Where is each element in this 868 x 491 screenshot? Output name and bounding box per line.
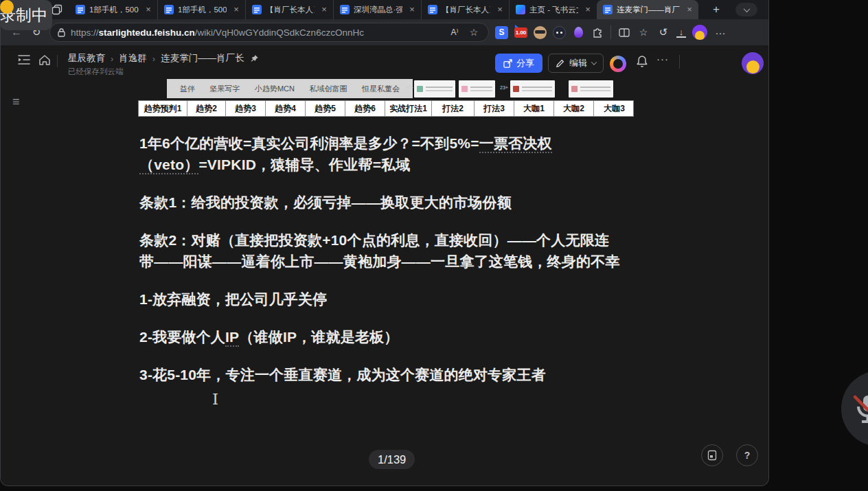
doc-favicon-icon xyxy=(252,5,262,14)
read-aloud-icon[interactable]: A⁾ xyxy=(448,27,461,37)
extension-glasses-face-icon[interactable] xyxy=(534,26,547,39)
split-screen-icon[interactable] xyxy=(617,26,630,39)
browser-tab[interactable]: 【肖厂长本人】× xyxy=(245,0,333,19)
doc-paragraph[interactable]: 3-花5-10年，专注一个垂直赛道，成为这个赛道的绝对专家王者 xyxy=(139,364,634,385)
image-strip-label: 私域创富圈 xyxy=(310,84,347,94)
doc-paragraph[interactable]: 1年6个亿的营收=真实公司利润率是多少？=不到5%=一票否决权（veto）=VI… xyxy=(139,133,634,175)
muted-mic-overlay[interactable] xyxy=(841,371,868,446)
doc-tab-cell[interactable]: 趋势5 xyxy=(306,101,345,116)
address-bar[interactable]: https://starlightedu.feishu.cn/wiki/VqH0… xyxy=(49,23,489,42)
doc-tab-cell[interactable]: 趋势6 xyxy=(345,101,385,116)
extension-s-icon[interactable]: S xyxy=(495,26,508,39)
text-segment: 1年6个亿的营收=真实公司利润率是多少？=不到5%= xyxy=(139,135,479,151)
document-tab-row: 趋势预判1趋势2趋势3趋势4趋势5趋势6实战打法1打法2打法3大咖1大咖2大咖3 xyxy=(138,100,634,117)
page-indicator: 1/139 xyxy=(369,450,415,469)
page-more-icon[interactable]: ··· xyxy=(656,53,669,65)
lock-icon xyxy=(58,28,65,37)
desktop-notification-dot[interactable] xyxy=(0,0,14,14)
breadcrumb-item[interactable]: 星辰教育 xyxy=(68,52,105,65)
browser-tab-strip: 1部手机，5000×1部手机，5000×【肖厂长本人】×深圳湾晶总·强×【肖厂长… xyxy=(1,0,768,19)
doc-tab-cell[interactable]: 打法3 xyxy=(475,101,514,116)
doc-tab-cell[interactable]: 实战打法1 xyxy=(385,101,432,116)
tab-close-icon[interactable]: × xyxy=(582,4,593,15)
doc-tab-cell[interactable]: 趋势4 xyxy=(266,101,306,116)
favorite-star-icon[interactable]: ☆ xyxy=(467,27,481,38)
doc-tab-cell[interactable]: 趋势3 xyxy=(226,101,266,116)
browser-tab[interactable]: 1部手机，5000× xyxy=(69,0,157,19)
text-segment: =VIPKID，猿辅导、作业帮=私域 xyxy=(198,157,410,172)
mic-muted-icon xyxy=(848,390,868,429)
extensions-puzzle-icon[interactable] xyxy=(591,26,604,39)
breadcrumb-item[interactable]: 连麦掌门——肖厂长 xyxy=(161,52,244,65)
doc-paragraph[interactable]: 1-放弃融资，把公司几乎关停 xyxy=(139,288,634,310)
more-menu-icon[interactable]: ··· xyxy=(713,27,727,38)
pencil-icon xyxy=(556,59,564,68)
browser-tab[interactable]: 【肖厂长本人】× xyxy=(421,0,509,19)
edit-button[interactable]: 编辑 xyxy=(548,54,604,73)
doc-paragraph[interactable]: 2-我要做个人IP（谁做IP，谁就是老板） xyxy=(139,326,634,347)
tab-close-icon[interactable]: × xyxy=(231,4,242,15)
tab-search-dropdown-button[interactable] xyxy=(735,3,757,16)
tab-close-icon[interactable]: × xyxy=(143,4,154,15)
doc-paragraph[interactable]: 条款1：给我的投资款，必须亏掉——换取更大的市场份额 xyxy=(139,192,634,213)
breadcrumb-separator: › xyxy=(152,54,155,64)
doc-tab-cell[interactable]: 打法2 xyxy=(432,101,475,116)
downloads-icon[interactable]: ↓ xyxy=(676,27,686,38)
history-icon[interactable]: ↺ xyxy=(656,26,670,38)
pin-icon[interactable] xyxy=(250,54,259,63)
image-strip-label: 恒星私董会 xyxy=(362,84,400,94)
text-segment: 3-花5-10年，专注一个垂直赛道，成为这个赛道的绝对专家王者 xyxy=(139,367,546,382)
image-label-band: 益伴坚果写字小趋势MCN私域创富圈恒星私董会 xyxy=(167,79,413,98)
help-fab-button[interactable]: ? xyxy=(736,444,758,466)
doc-line: 条款2：对赌（直接把投资款+10个点的利息，直接收回）——个人无限连 xyxy=(139,229,634,251)
image-strip-label: 小趋势MCN xyxy=(255,84,295,94)
tab-close-icon[interactable]: × xyxy=(319,4,330,15)
browser-tab[interactable]: 深圳湾晶总·强× xyxy=(333,0,421,19)
browser-tab[interactable]: 连麦掌门——肖厂× xyxy=(597,0,698,19)
doc-tab-cell[interactable]: 趋势预判1 xyxy=(139,101,187,116)
user-avatar[interactable] xyxy=(742,52,764,74)
url-text: https://starlightedu.feishu.cn/wiki/VqH0… xyxy=(71,27,442,38)
doc-favicon-icon xyxy=(428,5,437,14)
notifications-bell-icon[interactable] xyxy=(636,55,648,68)
sidebar-toggle-icon[interactable] xyxy=(17,54,31,65)
tab-close-icon[interactable]: × xyxy=(684,4,695,15)
embedded-image-strip[interactable]: 益伴坚果写字小趋势MCN私域创富圈恒星私董会 30+23+ xyxy=(138,79,634,98)
doc-paragraph[interactable]: 条款2：对赌（直接把投资款+10个点的利息，直接收回）——个人无限连带——阳谋—… xyxy=(139,229,634,272)
home-icon[interactable] xyxy=(38,54,51,66)
browser-toolbar: ← ↻ https://starlightedu.feishu.cn/wiki/… xyxy=(1,19,768,45)
tab-title: 【肖厂长本人】 xyxy=(442,5,490,15)
breadcrumb-item[interactable]: 肖逸群 xyxy=(119,52,147,65)
extension-dark-face-icon[interactable] xyxy=(553,26,566,39)
screen: 录制中 1部手机，5000×1部手机，5000×【肖厂长本人】×深圳湾晶总·强×… xyxy=(0,0,868,491)
workspaces-icon[interactable] xyxy=(52,4,62,15)
edit-label: 编辑 xyxy=(569,57,587,69)
annotation-fab-button[interactable] xyxy=(701,444,723,466)
paragraphs[interactable]: 1年6个亿的营收=真实公司利润率是多少？=不到5%=一票否决权（veto）=VI… xyxy=(139,133,634,402)
browser-tab[interactable]: 主页 - 飞书云文× xyxy=(509,0,597,19)
document-content[interactable]: 益伴坚果写字小趋势MCN私域创富圈恒星私董会 30+23+ 趋势预判1趋势2趋势… xyxy=(138,79,634,98)
tab-close-icon[interactable]: × xyxy=(407,4,418,15)
tab-title: 1部手机，5000 xyxy=(178,5,227,15)
text-cursor: I xyxy=(212,390,218,408)
tab-title: 深圳湾晶总·强 xyxy=(354,5,402,15)
share-button[interactable]: 分享 xyxy=(495,54,542,73)
image-thumbnail xyxy=(569,80,613,98)
extension-purple-icon[interactable] xyxy=(572,26,585,39)
breadcrumb: 星辰教育 › 肖逸群 › 连麦掌门——肖厂长 xyxy=(68,52,259,65)
browser-tab[interactable]: 1部手机，5000× xyxy=(157,0,245,19)
doc-favicon-icon xyxy=(76,5,85,14)
doc-tab-cell[interactable]: 趋势2 xyxy=(187,101,226,116)
extension-price-badge-icon[interactable]: 1.00 xyxy=(514,27,527,38)
share-icon xyxy=(503,59,512,68)
gradient-ring-icon[interactable] xyxy=(610,56,626,72)
new-tab-button[interactable]: + xyxy=(708,3,724,16)
doc-tab-cell[interactable]: 大咖3 xyxy=(594,101,635,116)
outline-menu-icon[interactable]: ≡ xyxy=(12,95,20,109)
tab-close-icon[interactable]: × xyxy=(494,4,505,15)
tab-title: 1部手机，5000 xyxy=(89,5,139,15)
doc-tab-cell[interactable]: 大咖2 xyxy=(554,101,594,116)
doc-tab-cell[interactable]: 大咖1 xyxy=(514,101,554,116)
browser-profile-avatar[interactable] xyxy=(692,25,707,40)
favorites-collections-icon[interactable]: ☆ xyxy=(637,27,650,38)
